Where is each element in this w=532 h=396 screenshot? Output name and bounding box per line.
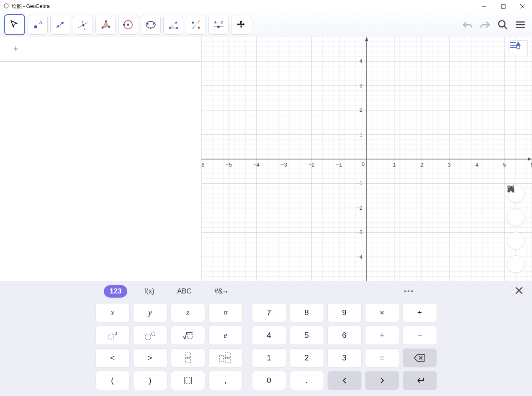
svg-rect-200 <box>146 335 151 339</box>
svg-text:0: 0 <box>362 161 365 167</box>
svg-text:−2: −2 <box>308 162 315 168</box>
keyboard-close-button[interactable] <box>515 287 523 296</box>
key-y[interactable]: y <box>133 303 167 322</box>
add-input-button[interactable]: + <box>0 37 32 61</box>
svg-point-24 <box>192 22 194 24</box>
svg-rect-211 <box>186 378 190 383</box>
key-rparen[interactable]: ) <box>133 371 167 390</box>
zoom-in-button[interactable] <box>507 208 524 226</box>
key-5[interactable]: 5 <box>290 326 324 345</box>
key-1[interactable]: 1 <box>252 348 286 368</box>
zoom-out-button[interactable] <box>507 232 524 249</box>
svg-text:6: 6 <box>530 162 532 168</box>
svg-point-18 <box>153 23 154 25</box>
key-equals[interactable]: = <box>365 348 399 368</box>
graphics-settings-button[interactable] <box>509 40 528 55</box>
key-gt[interactable]: > <box>133 348 167 368</box>
maximize-button[interactable] <box>493 0 513 13</box>
key-backspace[interactable] <box>403 348 437 368</box>
kbd-tab-abc[interactable]: ABC <box>171 285 198 298</box>
tool-perpendicular[interactable] <box>73 15 93 35</box>
key-0[interactable]: 0 <box>252 371 286 390</box>
key-x[interactable]: x <box>95 303 130 322</box>
menu-button[interactable] <box>513 17 528 32</box>
svg-text:2: 2 <box>420 162 423 168</box>
kbd-tab-fx[interactable]: f(x) <box>138 285 160 298</box>
key-right[interactable] <box>365 371 399 390</box>
kbd-tab-symbols[interactable]: #&¬ <box>208 285 233 298</box>
window-title: 绘图 - GeoGebra <box>12 3 50 10</box>
svg-point-8 <box>82 24 85 26</box>
key-comma[interactable]: , <box>208 371 243 390</box>
key-lparen[interactable]: ( <box>95 371 130 390</box>
app-icon <box>3 3 9 10</box>
key-plus[interactable]: + <box>365 326 399 345</box>
svg-point-25 <box>198 27 200 29</box>
tool-point[interactable]: A <box>28 15 48 35</box>
minimize-button[interactable] <box>474 0 493 13</box>
key-8[interactable]: 8 <box>290 303 324 322</box>
keyboard-more-button[interactable]: ••• <box>404 287 414 296</box>
key-6[interactable]: 6 <box>327 326 362 345</box>
key-2[interactable]: 2 <box>290 348 324 368</box>
tool-reflect[interactable] <box>186 15 206 35</box>
key-fraction[interactable] <box>171 348 205 368</box>
svg-text:−3: −3 <box>281 162 287 168</box>
svg-point-17 <box>147 23 149 25</box>
svg-rect-206 <box>219 355 224 361</box>
toolbar: A a = 2 <box>0 13 532 37</box>
svg-point-19 <box>150 27 152 29</box>
key-9[interactable]: 9 <box>327 303 362 322</box>
key-z[interactable]: z <box>171 303 205 322</box>
key-pi[interactable]: π <box>208 303 243 322</box>
tool-line[interactable] <box>50 15 70 35</box>
key-minus[interactable]: − <box>403 326 437 345</box>
tool-circle[interactable] <box>118 15 138 35</box>
key-3[interactable]: 3 <box>327 348 362 368</box>
tool-angle[interactable] <box>163 15 183 35</box>
tool-ellipse[interactable] <box>141 15 161 35</box>
svg-text:3: 3 <box>448 162 451 168</box>
svg-text:−6: −6 <box>201 162 204 168</box>
graphics-view[interactable]: −6−5−4−3−2−10123456−4−3−2−11234 <box>201 37 532 281</box>
key-left[interactable] <box>327 371 362 390</box>
svg-text:1: 1 <box>393 162 396 168</box>
titlebar: 绘图 - GeoGebra <box>0 0 532 13</box>
search-button[interactable] <box>495 17 510 32</box>
key-sqrt[interactable] <box>171 326 205 345</box>
kbd-tab-123[interactable]: 123 <box>104 285 127 298</box>
svg-line-30 <box>504 26 507 29</box>
svg-marker-192 <box>516 41 521 46</box>
key-enter[interactable] <box>403 371 437 390</box>
key-dot[interactable]: . <box>290 371 324 390</box>
key-multiply[interactable]: × <box>365 303 399 322</box>
svg-text:1: 1 <box>360 131 362 138</box>
redo-button[interactable] <box>478 17 493 32</box>
tool-slider[interactable]: a = 2 <box>208 15 229 35</box>
svg-rect-207 <box>225 353 230 357</box>
keyboard-tabs: 123 f(x) ABC #&¬ ••• <box>0 281 532 301</box>
svg-rect-0 <box>501 5 505 8</box>
key-mixed-fraction[interactable] <box>208 348 243 368</box>
undo-button[interactable] <box>460 17 475 32</box>
key-divide[interactable]: ÷ <box>403 303 437 322</box>
key-lt[interactable]: < <box>95 348 130 368</box>
key-4[interactable]: 4 <box>252 326 286 345</box>
svg-rect-209 <box>225 359 230 363</box>
key-power[interactable] <box>133 326 167 345</box>
tool-polygon[interactable] <box>95 15 116 35</box>
close-window-button[interactable] <box>513 0 532 13</box>
key-abs[interactable] <box>171 371 205 390</box>
algebra-input[interactable] <box>32 37 201 61</box>
svg-text:3: 3 <box>360 82 362 89</box>
tool-move-view[interactable] <box>231 15 251 35</box>
svg-text:a = 2: a = 2 <box>214 20 223 24</box>
key-square[interactable]: 2 <box>95 326 130 345</box>
tool-move[interactable] <box>4 14 25 35</box>
svg-text:4: 4 <box>475 162 478 168</box>
key-e[interactable]: e <box>208 326 243 345</box>
key-7[interactable]: 7 <box>252 303 286 322</box>
svg-text:−1: −1 <box>356 180 362 186</box>
fullscreen-button[interactable] <box>507 255 524 273</box>
svg-text:−2: −2 <box>356 205 362 211</box>
